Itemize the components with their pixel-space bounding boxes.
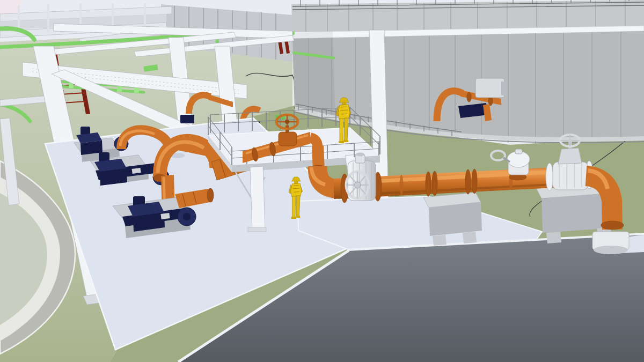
pump3-coupling [160, 213, 170, 219]
bay-pump-block [180, 115, 194, 123]
tank-shading [291, 31, 335, 118]
platform-column-1 [250, 166, 265, 231]
pump3-volute-hub [183, 213, 191, 220]
cad-viewport-canvas[interactable] [0, 0, 644, 362]
platform-column-1-base [248, 227, 266, 232]
far-bay-motor [475, 78, 504, 98]
deck-valve-body [279, 132, 297, 146]
